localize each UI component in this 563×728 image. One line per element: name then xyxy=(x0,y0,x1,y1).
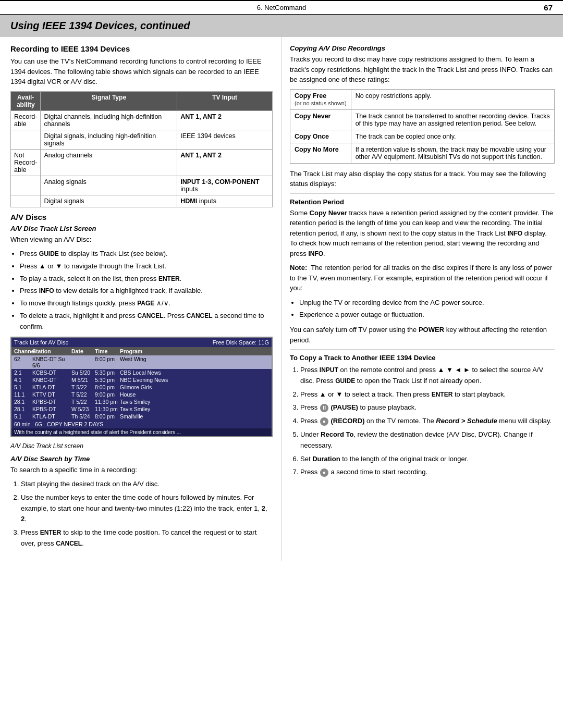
avail-cell xyxy=(11,130,41,149)
copy-track-title: To Copy a Track to Another IEEE 1394 Dev… xyxy=(290,354,555,362)
recording-title: Recording to IEEE 1394 Devices xyxy=(10,44,273,53)
tv-input-cell: INPUT 1-3, COM-PONENT inputs xyxy=(177,176,273,195)
track-list-caption: A/V Disc Track List screen xyxy=(10,441,273,451)
list-item: Press ▲ or ▼ to navigate through the Tra… xyxy=(20,261,273,272)
list-item: Press ● (RECORD) on the TV remote. The R… xyxy=(300,416,555,427)
track-row: 28.1KPBS-DTT 5/2211:30 pmTavis Smiley xyxy=(11,398,272,405)
list-item: Press ▲ or ▼ to select a track. Then pre… xyxy=(300,389,555,400)
recording-intro: You can use the TV's NetCommand recordin… xyxy=(10,56,273,87)
table-header-signal: Signal Type xyxy=(41,91,177,110)
track-row: 4.1KNBC-DTM 5/215:30 pmNBC Evening News xyxy=(11,376,272,384)
list-item: To move through listings quickly, press … xyxy=(20,298,273,309)
signal-cell: Digital signals xyxy=(41,195,177,207)
disk-space: Free Disk Space: 11G xyxy=(213,339,269,346)
track-list-col-header: Channel Station Date Time Program xyxy=(11,347,272,355)
list-item: Press GUIDE to display its Track List (s… xyxy=(20,249,273,260)
retention-title: Retention Period xyxy=(290,198,555,206)
retention-body: Some Copy Never tracks have a retention … xyxy=(290,208,555,259)
signal-cell: Analog signals xyxy=(41,176,177,195)
record-icon-2: ● xyxy=(320,468,328,477)
av-discs-title: A/V Discs xyxy=(10,213,273,221)
track-ticker: With the country at a heightened state o… xyxy=(11,428,272,436)
search-intro: To search to a specific time in a record… xyxy=(10,465,273,475)
divider xyxy=(290,349,555,350)
signal-table: Avail-ability Signal Type TV Input Recor… xyxy=(10,91,273,207)
copy-table: Copy Free (or no status shown) No copy r… xyxy=(290,89,555,164)
tv-input-cell: IEEE 1394 devices xyxy=(177,130,273,149)
table-row: Copy No More If a retention value is sho… xyxy=(290,143,555,163)
copy-desc: The track can be copied once only. xyxy=(351,130,554,143)
copy-steps: Press INPUT on the remote control and pr… xyxy=(300,365,555,478)
col-program: Program xyxy=(120,348,269,354)
avail-cell xyxy=(11,195,41,207)
pause-icon: ⏸ xyxy=(320,404,328,412)
page-number: 67 xyxy=(532,3,553,12)
track-row: 28.1KPBS-DTW 5/2311:30 pmTavis Smiley xyxy=(11,405,272,413)
track-list-header: Track List for AV Disc Free Disk Space: … xyxy=(11,338,272,347)
list-item: To delete a track, highlight it and pres… xyxy=(20,311,273,332)
search-steps: Start playing the desired track on the A… xyxy=(21,479,273,549)
copy-desc: If a retention value is shown, the track… xyxy=(351,143,554,163)
right-column: Copying A/V Disc Recordings Tracks you r… xyxy=(282,37,563,561)
power-note: You can safely turn off TV power using t… xyxy=(290,325,555,345)
col-channel: Channel xyxy=(14,348,32,354)
list-item: Press INFO to view details for a highlig… xyxy=(20,286,273,297)
signal-cell: Analog channels xyxy=(41,149,177,176)
avail-cell: Record-able xyxy=(11,110,41,130)
copy-desc: No copy restrictions apply. xyxy=(351,89,554,109)
left-column: Recording to IEEE 1394 Devices You can u… xyxy=(0,37,282,561)
track-row: 5.1KTLA-DTTh 5/248:00 pmSmallville xyxy=(11,413,272,420)
table-row: Copy Once The track can be copied once o… xyxy=(290,130,555,143)
track-list-screen: Track List for AV Disc Free Disk Space: … xyxy=(10,337,273,437)
table-row: NotRecord-able Analog channels ANT 1, AN… xyxy=(11,149,273,176)
tv-input-cell: ANT 1, ANT 2 xyxy=(177,149,273,176)
list-item: Under Record To, review the destination … xyxy=(300,429,555,451)
list-item: Press ● a second time to start recording… xyxy=(300,467,555,478)
list-item: To play a track, select it on the list, … xyxy=(20,274,273,285)
track-row: 2.1KCBS-DTSu 5/205:30 pmCBS Local News xyxy=(11,369,272,376)
col-date: Date xyxy=(71,348,95,354)
track-row: 11.1KTTV DTT 5/229:00 pmHouse xyxy=(11,391,272,398)
av-disc-track-list-title: A/V Disc Track List Screen xyxy=(10,225,273,232)
col-time: Time xyxy=(95,348,120,354)
table-header-tv: TV Input xyxy=(177,91,273,110)
divider xyxy=(290,193,555,194)
copy-label: Copy Free (or no status shown) xyxy=(290,89,351,109)
list-item: Start playing the desired track on the A… xyxy=(21,479,273,490)
copying-intro: Tracks you record to disc may have copy … xyxy=(290,54,555,85)
table-header-avail: Avail-ability xyxy=(11,91,41,110)
page-header: 6. NetCommand 67 xyxy=(0,0,563,15)
section-title: Using IEEE 1394 Devices, continued xyxy=(10,20,553,32)
table-row: Digital signals HDMI inputs xyxy=(11,195,273,207)
copy-label: Copy Never xyxy=(290,109,351,130)
tv-input-cell: HDMI inputs xyxy=(177,195,273,207)
note-block: Note: The retention period for all track… xyxy=(290,263,555,293)
list-item: Set Duration to the length of the origin… xyxy=(300,454,555,465)
avail-cell xyxy=(11,176,41,195)
track-list-title: Track List for AV Disc xyxy=(14,339,68,346)
content-area: Recording to IEEE 1394 Devices You can u… xyxy=(0,37,563,561)
table-row: Digital signals, including high-definiti… xyxy=(11,130,273,149)
list-item: Unplug the TV or recording device from t… xyxy=(299,298,555,309)
copy-desc: The track cannot be transferred to anoth… xyxy=(351,109,554,130)
table-row: Record-able Digital channels, including … xyxy=(11,110,273,130)
section-title-bar: Using IEEE 1394 Devices, continued xyxy=(0,15,563,37)
list-item: Press ENTER to skip to the time code pos… xyxy=(21,527,273,549)
track-row-highlighted: 62KNBC-DT Su 6/68:00 pmWest Wing xyxy=(11,355,272,369)
list-item: Press INPUT on the remote control and pr… xyxy=(300,365,555,387)
tv-input-cell: ANT 1, ANT 2 xyxy=(177,110,273,130)
list-item: Experience a power outage or fluctuation… xyxy=(299,310,555,320)
signal-cell: Digital signals, including high-definiti… xyxy=(41,130,177,149)
table-row: Copy Free (or no status shown) No copy r… xyxy=(290,89,555,109)
signal-cell: Digital channels, including high-definit… xyxy=(41,110,177,130)
col-station: Station xyxy=(32,348,71,354)
copy-label: Copy Once xyxy=(290,130,351,143)
record-icon: ● xyxy=(320,417,328,426)
av-disc-search-title: A/V Disc Search by Time xyxy=(10,455,273,463)
note-bullets: Unplug the TV or recording device from t… xyxy=(299,298,555,321)
track-list-note: The Track List may also display the copy… xyxy=(290,169,555,189)
track-row: 5.1KTLA-DTT 5/228:00 pmGilmore Girls xyxy=(11,384,272,391)
list-item: Press ⏸ (PAUSE) to pause playback. xyxy=(300,402,555,413)
copying-title: Copying A/V Disc Recordings xyxy=(290,44,555,52)
av-disc-track-list-intro: When viewing an A/V Disc: xyxy=(10,235,273,245)
